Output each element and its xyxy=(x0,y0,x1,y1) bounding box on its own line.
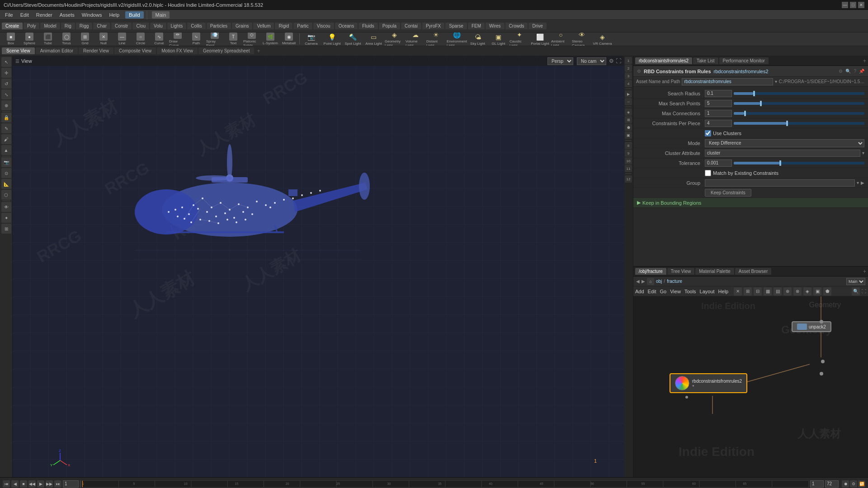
shelf-tool-tube[interactable]: ⬛ Tube xyxy=(39,33,57,46)
shelf-tool-box[interactable]: ■ Box xyxy=(2,33,20,46)
max-search-points-slider[interactable] xyxy=(734,102,864,105)
tl-stop-btn[interactable]: ■ xyxy=(20,480,27,488)
tl-record-btn[interactable]: ⏺ xyxy=(842,480,849,488)
keep-constraints-button[interactable]: Keep Constraints xyxy=(705,189,751,197)
shelf-tool-vrcam[interactable]: ◈ VR Camera xyxy=(592,33,613,46)
shelf-tab-collis[interactable]: Collis xyxy=(187,23,205,29)
node-graph-content[interactable]: Indie Edition Geometry Indie Edition 人人素… xyxy=(633,296,868,477)
rbd-node[interactable]: rbdconstraintsfromrules2 ● xyxy=(670,373,747,393)
shelf-tab-sparse[interactable]: Sparse xyxy=(445,23,467,29)
shelf-tool-ambientlight[interactable]: ○ Ambient Light xyxy=(551,33,571,46)
props-search-icon[interactable]: 🔍 xyxy=(845,69,851,74)
shelf-tab-lights[interactable]: Lights xyxy=(167,23,187,29)
shelf-tool-envlight[interactable]: 🌐 Environment Light xyxy=(447,33,467,46)
tolerance-input[interactable] xyxy=(705,160,732,167)
main-dropdown[interactable]: Main xyxy=(152,11,170,19)
props-pin-icon[interactable]: 📌 xyxy=(859,69,864,74)
ng-menu-tools[interactable]: Tools xyxy=(684,289,696,294)
shelf-tab-crowds[interactable]: Crowds xyxy=(505,23,528,29)
scale-tool-btn[interactable]: ⤡ xyxy=(1,89,11,99)
menu-windows[interactable]: Windows xyxy=(79,11,105,19)
ng-menu-view[interactable]: View xyxy=(670,289,681,294)
vp-render-btn[interactable]: ▶ xyxy=(625,90,632,98)
rotate-tool-btn[interactable]: ↺ xyxy=(1,79,11,89)
unpack2-node[interactable]: unpack2 xyxy=(792,321,831,332)
shelf-tool-text[interactable]: T Text xyxy=(224,33,242,46)
shelf-tool-stereocam[interactable]: 👁 Stereo Camera xyxy=(571,33,592,46)
props-add-tab[interactable]: + xyxy=(863,58,866,64)
vp-tool-3[interactable]: 3 xyxy=(625,72,632,80)
shelf-tool-skylight[interactable]: 🌤 Sky Light xyxy=(467,33,488,46)
cluster-attribute-input[interactable] xyxy=(705,150,860,157)
shelf-tab-rigg[interactable]: Rigg xyxy=(76,23,93,29)
tl-current-frame-input[interactable] xyxy=(63,480,79,488)
shelf-tab-wires[interactable]: Wires xyxy=(486,23,505,29)
lock-btn[interactable]: 🔒 xyxy=(1,113,11,122)
ng-back-icon[interactable]: ◀ xyxy=(636,279,640,284)
mode-dropdown[interactable]: Keep Difference Keep All Replace xyxy=(705,139,864,147)
ng-tab-material[interactable]: Material Palette xyxy=(695,268,734,275)
solo-btn[interactable]: ✦ xyxy=(1,213,11,223)
props-settings-icon[interactable]: ⚙ xyxy=(839,69,843,74)
shelf-tool-platonic[interactable]: ◇ Platonic Solids xyxy=(243,33,261,46)
tab-motion-fx[interactable]: Motion FX View xyxy=(157,47,198,54)
ng-home-btn[interactable]: ⌂ xyxy=(647,278,654,285)
grid-toggle-btn[interactable]: ⊞ xyxy=(1,224,11,234)
tl-next-frame-btn[interactable]: ▶▶ xyxy=(46,480,53,488)
ng-tool-1[interactable]: ✕ xyxy=(734,287,742,296)
shelf-tab-vellum[interactable]: Vellum xyxy=(253,23,274,29)
shelf-tab-volu[interactable]: Volu xyxy=(150,23,166,29)
menu-help[interactable]: Help xyxy=(106,11,123,19)
vp-expand-icon[interactable]: ☰ xyxy=(15,59,19,64)
asset-name-input[interactable] xyxy=(682,78,773,85)
shelf-tab-fluids[interactable]: Fluids xyxy=(359,23,378,29)
menu-edit[interactable]: Edit xyxy=(17,11,32,19)
unpack2-output-connector[interactable] xyxy=(820,320,823,324)
edit-btn[interactable]: ✎ xyxy=(1,123,11,133)
ng-forward-icon[interactable]: ▶ xyxy=(642,279,645,284)
ng-tool-7[interactable]: ◈ xyxy=(803,287,811,296)
shelf-tool-grid[interactable]: ⊞ Grid xyxy=(76,33,94,46)
shelf-tool-spraypaint[interactable]: 💨 Spray Paint xyxy=(206,33,224,46)
ng-tool-2[interactable]: ⊞ xyxy=(744,287,752,296)
constraints-per-piece-input[interactable] xyxy=(705,120,732,127)
ng-tab-fracture[interactable]: /obj/fracture xyxy=(635,268,666,275)
ng-tab-asset[interactable]: Asset Browser xyxy=(735,268,771,275)
shelf-tool-null[interactable]: ✕ Null xyxy=(94,33,113,46)
vp-maximize-icon[interactable]: ⛶ xyxy=(616,58,621,64)
shelf-tab-viscou[interactable]: Viscou xyxy=(313,23,334,29)
ng-tool-6[interactable]: ⊗ xyxy=(793,287,802,296)
vp-10[interactable]: 10 xyxy=(625,157,632,164)
tl-start-frame-input[interactable] xyxy=(810,480,824,488)
shelf-tool-curve[interactable]: ∿ Curve xyxy=(150,33,168,46)
use-clusters-checkbox[interactable] xyxy=(705,130,711,136)
vp-flip-btn[interactable]: ↔ xyxy=(625,98,632,105)
vp-tool-4[interactable]: 4 xyxy=(625,80,632,87)
max-connections-input[interactable] xyxy=(705,110,732,117)
tab-animation-editor[interactable]: Animation Editor xyxy=(36,47,78,54)
vp-11[interactable]: 11 xyxy=(625,165,632,172)
props-tab-take[interactable]: Take List xyxy=(693,57,718,64)
ng-menu-go[interactable]: Go xyxy=(660,289,667,294)
menu-file[interactable]: File xyxy=(2,11,16,19)
shelf-tab-drive[interactable]: Drive xyxy=(528,23,546,29)
ng-path-network[interactable]: fracture xyxy=(667,279,682,284)
rbd-bottom-connector[interactable] xyxy=(685,396,688,399)
cluster-attr-dropdown-icon[interactable]: ▾ xyxy=(862,150,864,155)
shelf-tool-torus[interactable]: ◯ Torus xyxy=(57,33,75,46)
window-controls[interactable]: — □ ✕ xyxy=(842,2,864,8)
shelf-tool-spotlight[interactable]: 🔦 Spot Light xyxy=(343,33,363,46)
unpack2-bottom-connector[interactable] xyxy=(820,372,823,375)
shelf-tab-rig[interactable]: Rig xyxy=(61,23,75,29)
menu-render[interactable]: Render xyxy=(33,11,56,19)
shelf-tab-model[interactable]: Model xyxy=(40,23,60,29)
cam-dropdown[interactable]: No cam xyxy=(577,57,606,65)
ng-menu-edit[interactable]: Edit xyxy=(648,289,656,294)
constraints-per-piece-handle[interactable] xyxy=(786,121,788,126)
tl-first-frame-btn[interactable]: ⏮ xyxy=(3,480,10,488)
max-connections-handle[interactable] xyxy=(744,111,746,116)
vp-backface-btn[interactable]: ⬟ xyxy=(625,124,632,131)
shelf-tab-popula[interactable]: Popula xyxy=(379,23,400,29)
unpack2-input-connector[interactable] xyxy=(821,360,825,363)
tab-scene-view[interactable]: Scene View xyxy=(2,47,35,54)
